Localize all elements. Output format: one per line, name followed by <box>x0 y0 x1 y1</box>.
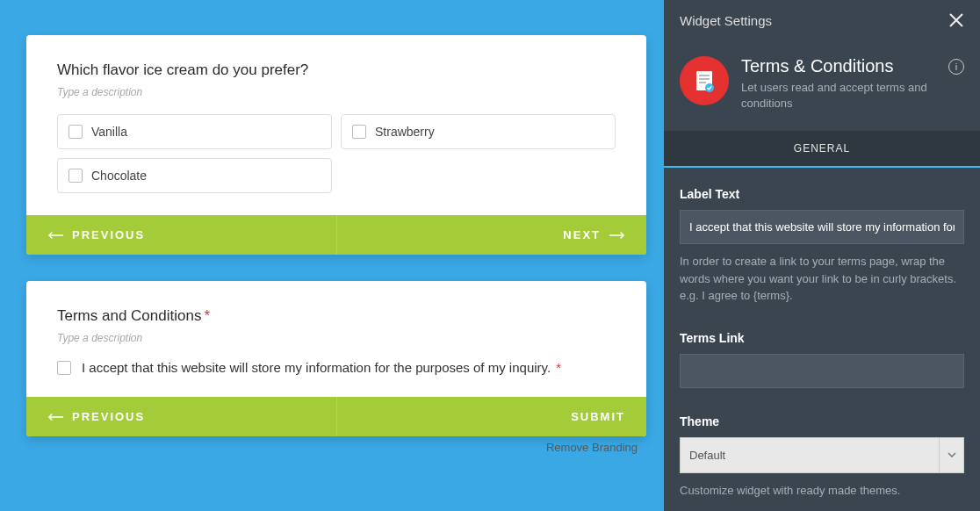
option-checkbox[interactable] <box>68 169 83 183</box>
helper-text: Customize widget with ready made themes. <box>680 482 964 500</box>
arrow-left-icon <box>47 231 63 240</box>
settings-sidebar: Widget Settings Terms & Conditions i Let… <box>664 0 980 511</box>
previous-button[interactable]: PREVIOUS <box>47 228 145 241</box>
form-canvas: Which flavor ice cream do you prefer? Ty… <box>0 0 664 511</box>
required-asterisk: * <box>204 307 210 324</box>
field-label: Theme <box>680 414 964 428</box>
field-label: Label Text <box>680 187 964 201</box>
submit-label: SUBMIT <box>571 410 625 423</box>
arrow-left-icon <box>47 413 63 421</box>
option-chocolate[interactable]: Chocolate <box>57 158 332 193</box>
theme-select[interactable]: Default <box>680 437 964 473</box>
description-placeholder[interactable]: Type a description <box>57 86 616 98</box>
close-icon[interactable] <box>948 12 964 28</box>
field-terms-link: Terms Link <box>680 331 964 388</box>
accept-text: I accept that this website will store my… <box>82 360 551 375</box>
question-card-terms: Terms and Conditions* Type a description… <box>26 281 646 436</box>
widget-title: Terms & Conditions <box>741 56 893 76</box>
chevron-down-icon[interactable] <box>940 437 964 473</box>
previous-label: PREVIOUS <box>72 228 145 241</box>
label-text-input[interactable] <box>680 210 964 244</box>
field-theme: Theme Default Customize widget with read… <box>680 414 964 500</box>
field-label: Terms Link <box>680 331 964 345</box>
required-asterisk: * <box>556 360 561 375</box>
terms-link-input[interactable] <box>680 354 964 388</box>
terms-accept-row[interactable]: I accept that this website will store my… <box>57 360 616 375</box>
option-checkbox[interactable] <box>68 125 83 139</box>
helper-text: In order to create a link to your terms … <box>680 253 964 305</box>
sidebar-title: Widget Settings <box>680 13 772 28</box>
nav-bar: PREVIOUS SUBMIT <box>26 397 646 436</box>
terms-title-text: Terms and Conditions <box>57 307 201 324</box>
option-label: Vanilla <box>91 125 127 139</box>
info-icon[interactable]: i <box>948 59 964 75</box>
svg-rect-2 <box>699 78 710 80</box>
option-strawberry[interactable]: Strawberry <box>341 114 616 149</box>
previous-button[interactable]: PREVIOUS <box>47 410 145 423</box>
next-label: NEXT <box>563 228 601 241</box>
tab-general[interactable]: GENERAL <box>664 131 980 166</box>
terms-checkbox[interactable] <box>57 361 71 375</box>
arrow-right-icon <box>609 231 625 240</box>
description-placeholder[interactable]: Type a description <box>57 332 616 344</box>
widget-description: Let users read and accept terms and cond… <box>741 80 964 112</box>
field-label-text: Label Text In order to create a link to … <box>680 187 964 305</box>
sidebar-header: Widget Settings <box>664 0 980 40</box>
question-title[interactable]: Which flavor ice cream do you prefer? <box>57 61 616 79</box>
settings-tabs: GENERAL <box>664 131 980 168</box>
previous-label: PREVIOUS <box>72 410 145 423</box>
terms-title[interactable]: Terms and Conditions* <box>57 307 616 325</box>
svg-rect-3 <box>699 82 706 83</box>
option-label: Strawberry <box>375 125 435 139</box>
next-button[interactable]: NEXT <box>563 228 625 241</box>
nav-bar: PREVIOUS NEXT <box>26 215 646 255</box>
question-card-flavor: Which flavor ice cream do you prefer? Ty… <box>26 35 646 255</box>
option-vanilla[interactable]: Vanilla <box>57 114 332 149</box>
option-label: Chocolate <box>91 169 147 183</box>
svg-rect-1 <box>699 75 710 76</box>
widget-info: Terms & Conditions i Let users read and … <box>664 40 980 131</box>
theme-select-value: Default <box>680 437 940 473</box>
submit-button[interactable]: SUBMIT <box>571 410 625 423</box>
option-checkbox[interactable] <box>352 125 366 139</box>
document-icon <box>680 56 729 105</box>
